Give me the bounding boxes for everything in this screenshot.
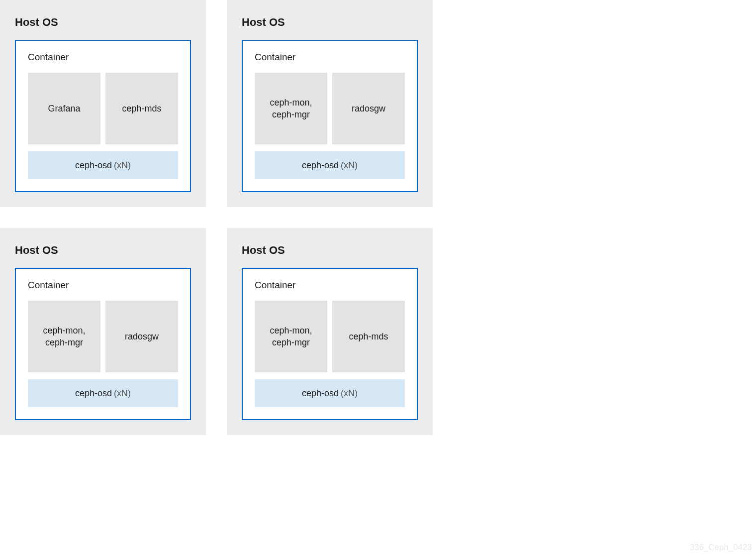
service-box: Grafana — [28, 73, 100, 144]
service-box: ceph-mds — [332, 301, 405, 372]
host-panel: Host OS Container Grafana ceph-mds ceph-… — [0, 0, 206, 207]
osd-label: ceph-osd — [75, 160, 112, 171]
container-label: Container — [28, 52, 178, 63]
osd-box: ceph-osd (xN) — [28, 151, 178, 179]
services-row: ceph-mon,ceph-mgr radosgw — [28, 301, 178, 372]
service-box: ceph-mon,ceph-mgr — [255, 73, 327, 144]
container-box: Container ceph-mon,ceph-mgr radosgw ceph… — [15, 268, 191, 420]
diagram-grid: Host OS Container Grafana ceph-mds ceph-… — [0, 0, 433, 435]
container-box: Container Grafana ceph-mds ceph-osd (xN) — [15, 40, 191, 192]
container-box: Container ceph-mon,ceph-mgr ceph-mds cep… — [242, 268, 418, 420]
host-panel: Host OS Container ceph-mon,ceph-mgr ceph… — [227, 228, 433, 435]
container-box: Container ceph-mon,ceph-mgr radosgw ceph… — [242, 40, 418, 192]
osd-box: ceph-osd (xN) — [255, 151, 405, 179]
host-title: Host OS — [15, 244, 191, 257]
container-label: Container — [28, 280, 178, 291]
osd-box: ceph-osd (xN) — [255, 379, 405, 407]
host-panel: Host OS Container ceph-mon,ceph-mgr rado… — [0, 228, 206, 435]
osd-suffix: (xN) — [341, 388, 358, 399]
service-box: ceph-mon,ceph-mgr — [28, 301, 100, 372]
container-label: Container — [255, 280, 405, 291]
osd-suffix: (xN) — [341, 160, 358, 171]
services-row: ceph-mon,ceph-mgr ceph-mds — [255, 301, 405, 372]
host-title: Host OS — [242, 16, 418, 29]
services-row: ceph-mon,ceph-mgr radosgw — [255, 73, 405, 144]
service-box: ceph-mds — [105, 73, 178, 144]
osd-box: ceph-osd (xN) — [28, 379, 178, 407]
host-title: Host OS — [242, 244, 418, 257]
service-box: ceph-mon,ceph-mgr — [255, 301, 327, 372]
host-title: Host OS — [15, 16, 191, 29]
osd-suffix: (xN) — [114, 388, 131, 399]
services-row: Grafana ceph-mds — [28, 73, 178, 144]
watermark: 336_Ceph_0423 — [690, 543, 752, 552]
container-label: Container — [255, 52, 405, 63]
service-box: radosgw — [332, 73, 405, 144]
osd-label: ceph-osd — [302, 160, 339, 171]
osd-label: ceph-osd — [302, 388, 339, 399]
service-box: radosgw — [105, 301, 178, 372]
osd-label: ceph-osd — [75, 388, 112, 399]
host-panel: Host OS Container ceph-mon,ceph-mgr rado… — [227, 0, 433, 207]
osd-suffix: (xN) — [114, 160, 131, 171]
